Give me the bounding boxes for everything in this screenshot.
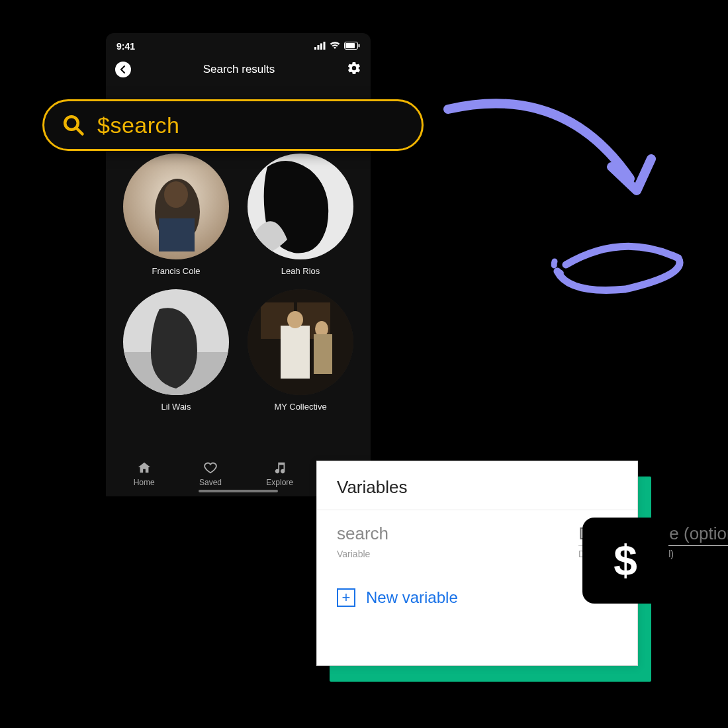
annotation-arrow	[438, 93, 676, 225]
page-title: Search results	[203, 63, 275, 76]
music-icon	[273, 461, 287, 475]
status-time: 9:41	[116, 41, 135, 52]
status-icons	[314, 41, 360, 52]
panel-heading: Variables	[317, 461, 637, 510]
back-button[interactable]	[115, 62, 131, 77]
svg-line-22	[77, 128, 83, 134]
artist-item[interactable]: MY Collective	[244, 289, 357, 412]
battery-icon	[344, 41, 360, 52]
avatar	[123, 154, 229, 259]
svg-rect-10	[159, 218, 195, 251]
svg-rect-1	[318, 45, 320, 50]
svg-rect-20	[314, 334, 332, 374]
artist-name: Francis Cole	[152, 266, 201, 276]
svg-rect-0	[314, 47, 316, 50]
status-bar: 9:41	[106, 33, 371, 57]
gear-icon	[347, 61, 361, 75]
variable-name-input[interactable]	[337, 522, 552, 546]
svg-rect-17	[281, 326, 310, 379]
search-field[interactable]: $search	[42, 99, 424, 151]
svg-point-9	[164, 181, 188, 208]
svg-rect-5	[345, 43, 355, 48]
search-icon	[62, 113, 85, 137]
svg-point-18	[287, 311, 303, 328]
new-variable-label: New variable	[366, 588, 458, 607]
artist-name: MY Collective	[274, 402, 326, 412]
nav-explore[interactable]: Explore	[266, 461, 293, 487]
avatar	[123, 289, 229, 395]
avatar	[248, 154, 353, 259]
variable-name-col: Variable	[337, 522, 552, 559]
plus-icon: +	[337, 588, 355, 607]
top-bar: Search results	[106, 57, 371, 87]
nav-label: Home	[134, 478, 155, 487]
svg-rect-6	[359, 44, 360, 48]
heart-icon	[203, 461, 218, 475]
nav-home[interactable]: Home	[134, 461, 155, 487]
svg-rect-3	[324, 42, 326, 50]
home-indicator	[199, 490, 278, 492]
dollar-icon: $	[614, 536, 637, 585]
artist-item[interactable]: Leah Rios	[244, 154, 357, 276]
annotation-circle	[549, 228, 695, 301]
nav-label: Saved	[199, 478, 222, 487]
nav-label: Explore	[266, 478, 293, 487]
avatar	[248, 289, 353, 395]
wifi-icon	[330, 41, 340, 52]
artist-item[interactable]: Lil Wais	[119, 289, 233, 412]
dollar-tile: $	[582, 518, 668, 604]
signal-icon	[314, 41, 326, 52]
nav-saved[interactable]: Saved	[199, 461, 222, 487]
search-text: $search	[97, 113, 179, 138]
home-icon	[137, 461, 152, 475]
settings-button[interactable]	[347, 61, 361, 78]
artist-item[interactable]: Francis Cole	[119, 154, 233, 276]
chevron-left-icon	[119, 66, 127, 73]
artist-name: Lil Wais	[161, 402, 191, 412]
svg-rect-2	[320, 44, 322, 50]
artist-name: Leah Rios	[281, 266, 320, 276]
variable-name-label: Variable	[337, 549, 552, 559]
